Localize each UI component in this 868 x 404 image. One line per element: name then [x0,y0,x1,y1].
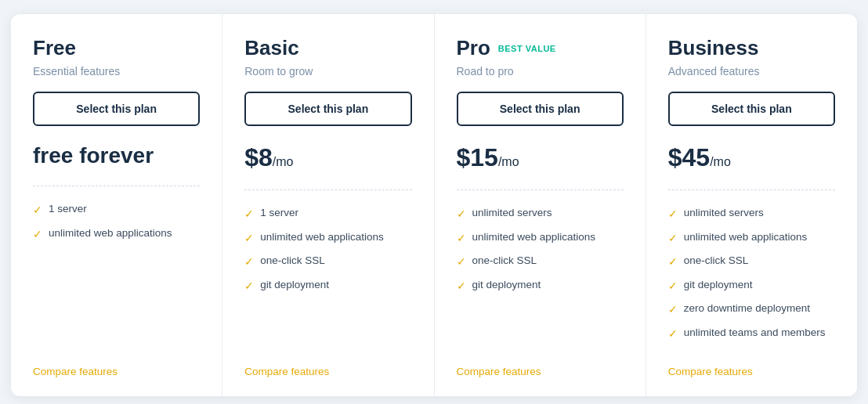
check-icon-pro-1: ✓ [457,231,466,247]
plan-price-amount-business: $45 [668,143,710,171]
check-icon-basic-2: ✓ [244,254,254,270]
plan-header-pro: ProBEST VALUE [457,36,624,60]
feature-text-business-2: one-click SSL [684,254,749,269]
compare-features-link-basic[interactable]: Compare features [244,366,411,377]
feature-text-basic-3: git deployment [260,278,329,293]
features-list-free: ✓1 server✓unlimited web applications [33,202,200,350]
divider-free [33,186,200,186]
feature-text-free-0: 1 server [49,202,87,217]
plan-name-free: Free [33,36,76,60]
select-plan-button-pro[interactable]: Select this plan [457,92,624,126]
feature-item-basic-3: ✓git deployment [244,278,411,294]
feature-item-free-0: ✓1 server [33,202,200,218]
feature-text-business-0: unlimited servers [684,206,764,221]
check-icon-pro-3: ✓ [457,279,466,294]
check-icon-business-5: ✓ [668,326,678,342]
feature-text-basic-2: one-click SSL [260,254,325,269]
feature-item-basic-1: ✓unlimited web applications [244,230,411,247]
check-icon-business-3: ✓ [668,279,678,294]
plan-card-business: BusinessAdvanced featuresSelect this pla… [646,14,857,396]
divider-business [668,189,835,190]
compare-features-link-pro[interactable]: Compare features [457,366,624,377]
plan-price-period-pro: /mo [498,155,519,168]
feature-text-pro-3: git deployment [472,278,541,293]
check-icon-business-1: ✓ [668,231,678,247]
features-list-basic: ✓1 server✓unlimited web applications✓one… [244,206,411,350]
check-icon-business-2: ✓ [668,254,678,270]
feature-item-business-3: ✓git deployment [668,278,835,294]
plan-card-pro: ProBEST VALUERoad to proSelect this plan… [435,14,646,396]
select-plan-button-business[interactable]: Select this plan [668,92,835,126]
feature-item-pro-3: ✓git deployment [457,278,624,294]
feature-text-basic-1: unlimited web applications [260,230,384,245]
feature-text-free-1: unlimited web applications [49,226,172,241]
feature-item-basic-2: ✓one-click SSL [244,254,411,270]
features-list-business: ✓unlimited servers✓unlimited web applica… [668,206,835,350]
plan-price-business: $45/mo [668,143,835,172]
feature-text-basic-0: 1 server [260,206,298,221]
select-plan-button-basic[interactable]: Select this plan [244,92,411,126]
plan-tagline-pro: Road to pro [457,65,624,78]
feature-item-basic-0: ✓1 server [244,206,411,222]
feature-text-pro-1: unlimited web applications [472,230,596,245]
feature-item-business-0: ✓unlimited servers [668,206,835,222]
feature-item-business-5: ✓unlimited teams and members [668,326,835,342]
feature-item-pro-2: ✓one-click SSL [457,254,624,270]
check-icon-basic-1: ✓ [244,231,254,247]
check-icon-pro-0: ✓ [457,207,466,222]
plan-header-basic: Basic [244,36,411,60]
check-icon-basic-0: ✓ [244,207,254,222]
feature-text-business-3: git deployment [684,278,753,293]
plan-name-business: Business [668,36,759,60]
plan-card-free: FreeEssential featuresSelect this planfr… [11,14,222,396]
feature-item-business-2: ✓one-click SSL [668,254,835,270]
compare-features-link-business[interactable]: Compare features [668,366,835,377]
plan-price-pro: $15/mo [457,143,624,172]
plan-price-period-business: /mo [710,155,731,168]
best-value-badge-pro: BEST VALUE [498,44,556,53]
plans-container: FreeEssential featuresSelect this planfr… [11,14,857,396]
plan-name-pro: Pro [457,36,490,60]
check-icon-free-1: ✓ [33,227,42,243]
check-icon-free-0: ✓ [33,203,42,218]
plan-card-basic: BasicRoom to growSelect this plan$8/mo✓1… [222,14,434,396]
check-icon-basic-3: ✓ [244,279,254,294]
feature-item-free-1: ✓unlimited web applications [33,226,200,243]
plan-price-amount-basic: $8 [244,143,273,171]
check-icon-business-0: ✓ [668,207,678,222]
plan-tagline-free: Essential features [33,65,200,78]
plan-header-business: Business [668,36,835,60]
plan-tagline-business: Advanced features [668,65,835,78]
check-icon-business-4: ✓ [668,302,678,318]
plan-price-amount-pro: $15 [457,143,498,171]
feature-text-pro-2: one-click SSL [472,254,537,269]
plan-price-period-basic: /mo [273,155,294,168]
feature-item-business-4: ✓zero downtime deployment [668,301,835,318]
feature-text-pro-0: unlimited servers [472,206,552,221]
feature-item-pro-1: ✓unlimited web applications [457,230,624,247]
feature-text-business-5: unlimited teams and members [684,326,826,341]
divider-basic [244,189,411,190]
plan-price-basic: $8/mo [244,143,411,172]
feature-text-business-4: zero downtime deployment [684,301,810,316]
plan-header-free: Free [33,36,200,60]
check-icon-pro-2: ✓ [457,254,466,270]
compare-features-link-free[interactable]: Compare features [33,366,200,377]
feature-item-business-1: ✓unlimited web applications [668,230,835,247]
plan-name-basic: Basic [244,36,298,60]
select-plan-button-free[interactable]: Select this plan [33,92,200,126]
feature-item-pro-0: ✓unlimited servers [457,206,624,222]
plan-price-free: free forever [33,143,200,168]
features-list-pro: ✓unlimited servers✓unlimited web applica… [457,206,624,350]
plan-tagline-basic: Room to grow [244,65,411,78]
divider-pro [457,189,624,190]
feature-text-business-1: unlimited web applications [684,230,808,245]
